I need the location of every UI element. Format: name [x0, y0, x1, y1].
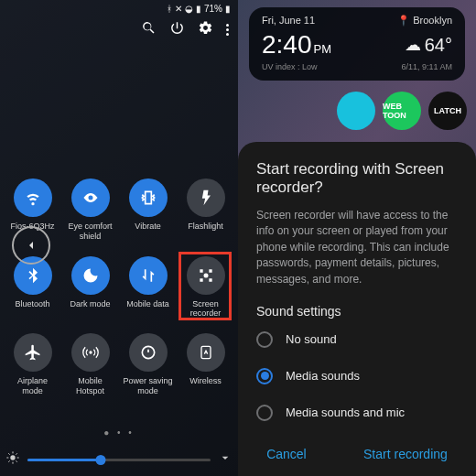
tile-label: Mobile Hotspot — [64, 376, 117, 396]
tile-hotspot[interactable]: Mobile Hotspot — [64, 333, 117, 396]
tile-eyecomfort[interactable]: Eye comfort shield — [64, 178, 117, 242]
tile-bluetooth[interactable]: Bluetooth — [6, 256, 60, 319]
mute-status-icon: ✕ — [175, 4, 182, 14]
data-icon — [129, 256, 168, 295]
tile-vibrate[interactable]: Vibrate — [122, 178, 175, 242]
flash-icon — [187, 178, 225, 217]
phone-left: ᚼ ✕ ◒ ▮ 71% ▮ 2:38 Fri, June 11 Fios-6Q3… — [0, 0, 238, 476]
cancel-button[interactable]: Cancel — [266, 447, 307, 461]
start-recording-button[interactable]: Start recording — [363, 447, 448, 461]
tile-label: Mobile data — [126, 299, 169, 309]
app-latch[interactable]: LATCH — [428, 92, 467, 130]
radio-icon — [256, 405, 273, 421]
eye-icon — [71, 178, 110, 217]
expand-icon[interactable] — [218, 450, 233, 469]
power-icon — [129, 333, 168, 372]
signal-status-icon: ▮ — [196, 4, 201, 14]
sound-option-0[interactable]: No sound — [256, 331, 458, 348]
bluetooth-status-icon: ᚼ — [167, 4, 172, 14]
tile-label: Eye comfort shield — [64, 222, 117, 242]
tile-powersave[interactable]: Power saving mode — [122, 333, 175, 396]
widget-timestamp: 6/11, 9:11 AM — [401, 62, 452, 71]
radio-icon — [256, 331, 273, 348]
tile-label: Power saving mode — [122, 376, 175, 396]
tile-mobiledata[interactable]: Mobile data — [122, 256, 175, 319]
brightness-slider[interactable] — [27, 459, 211, 461]
widget-date: Fri, June 11 — [262, 15, 315, 27]
tile-label: Airplane mode — [6, 376, 60, 396]
more-icon[interactable] — [226, 20, 229, 39]
battery-percent: 71% — [204, 4, 222, 14]
settings-icon[interactable] — [198, 20, 213, 39]
radio-icon — [256, 368, 273, 384]
app-row: WEB TOONLATCH — [238, 92, 476, 130]
wshare-icon — [187, 333, 225, 372]
widget-weather: ☁64° — [405, 35, 452, 56]
brightness-bar — [5, 450, 233, 469]
option-label: Media sounds and mic — [286, 406, 405, 419]
svg-point-1 — [89, 352, 92, 354]
moon-icon — [71, 256, 110, 295]
cloud-icon: ☁ — [405, 35, 421, 55]
dialog-body: Screen recorder will have access to the … — [256, 208, 458, 287]
option-label: No sound — [286, 332, 337, 346]
statusbar-left: ᚼ ✕ ◒ ▮ 71% ▮ — [0, 0, 238, 16]
widget-time: 2:40PM — [262, 30, 331, 60]
tile-label: Bluetooth — [15, 299, 49, 309]
screen-recorder-dialog: Start recording with Screen recorder? Sc… — [238, 142, 476, 476]
widget-uv: UV index : Low — [262, 62, 318, 71]
tile-flashlight[interactable]: Flashlight — [179, 178, 233, 242]
option-label: Media sounds — [286, 369, 360, 383]
tile-wireless[interactable]: Wireless — [179, 333, 233, 396]
tile-screenrec[interactable]: Screen recorder — [179, 256, 233, 319]
phone-right: Fri, June 11 📍 Brooklyn 2:40PM ☁64° UV i… — [238, 0, 476, 476]
plane-icon — [14, 333, 52, 372]
sound-options: No soundMedia soundsMedia sounds and mic — [256, 331, 458, 421]
weather-widget[interactable]: Fri, June 11 📍 Brooklyn 2:40PM ☁64° UV i… — [249, 7, 465, 81]
quick-settings-grid: Fios-6Q3HzEye comfort shieldVibrateFlash… — [0, 178, 238, 411]
battery-icon: ▮ — [225, 4, 231, 14]
tile-airplane[interactable]: Airplane mode — [6, 333, 60, 396]
brightness-icon — [5, 450, 20, 469]
sound-settings-heading: Sound settings — [256, 304, 458, 319]
tile-label: Flashlight — [188, 222, 223, 232]
top-action-icons — [141, 20, 229, 39]
wifi-status-icon: ◒ — [185, 4, 193, 14]
dialog-title: Start recording with Screen recorder? — [256, 160, 458, 197]
sound-option-1[interactable]: Media sounds — [256, 368, 458, 384]
tile-label: Dark mode — [70, 299, 110, 309]
svg-point-0 — [203, 273, 208, 277]
sound-option-2[interactable]: Media sounds and mic — [256, 405, 458, 421]
tile-label: Screen recorder — [179, 299, 233, 319]
widget-location: 📍 Brooklyn — [397, 15, 452, 27]
app-app1[interactable] — [337, 92, 375, 130]
wifi-icon — [14, 178, 52, 217]
app-webtoon[interactable]: WEB TOON — [383, 92, 421, 130]
vibrate-icon — [129, 178, 168, 217]
svg-rect-3 — [201, 347, 211, 359]
dialog-actions: Cancel Start recording — [238, 441, 476, 467]
tile-label: Wireless — [189, 376, 222, 386]
svg-point-4 — [10, 455, 15, 460]
rec-icon — [187, 256, 225, 295]
back-button[interactable] — [12, 226, 50, 265]
tile-label: Vibrate — [135, 222, 160, 232]
search-icon[interactable] — [141, 20, 157, 39]
hotspot-icon — [71, 333, 110, 372]
page-indicator: ● • • — [0, 427, 238, 438]
tile-darkmode[interactable]: Dark mode — [64, 256, 117, 319]
power-icon[interactable] — [169, 20, 185, 39]
